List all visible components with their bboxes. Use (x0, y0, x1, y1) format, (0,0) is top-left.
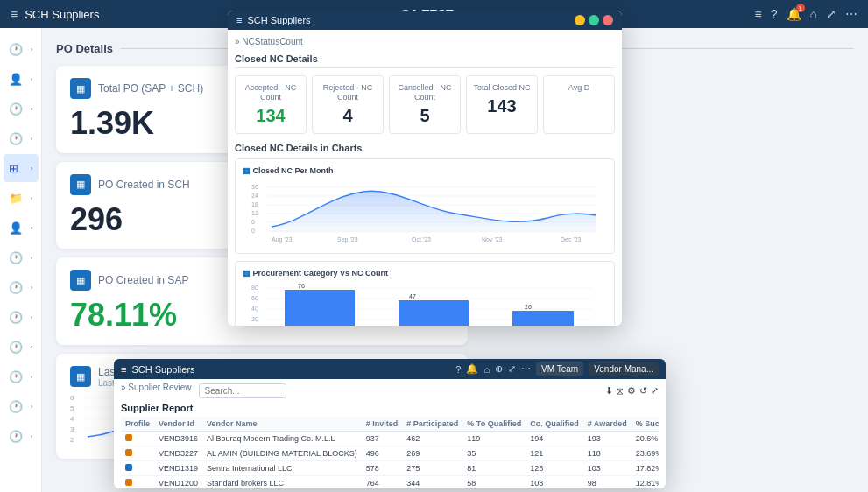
supplier-content: » Supplier Review ⬇ ⧖ ⚙ ↺ ⤢ Supplier Rep… (114, 379, 666, 488)
cell-vendor-name: Sentra International LLC (202, 461, 362, 476)
svg-text:0: 0 (251, 228, 255, 234)
grid-icon: ⊞ (9, 162, 18, 175)
nc-bar-chart-svg: 80 60 40 20 0 76 600-MAOFSER 47 105-S (243, 281, 607, 326)
user-icon: 👤 (9, 73, 23, 86)
cell-awarded: 193 (583, 432, 632, 446)
s-more-icon[interactable]: ⋯ (521, 363, 531, 375)
sch-suppliers-icon: ≡ (236, 15, 242, 25)
col-vendor-id: Vendor Id (154, 417, 202, 432)
clock-icon-2: 🕐 (9, 102, 23, 116)
nc-stat-total: Total Closed NC 143 (466, 75, 538, 134)
cell-to-qualified: 35 (462, 446, 526, 461)
sidebar-item-8[interactable]: 🕐 › (4, 273, 39, 301)
expand-icon-supplier[interactable]: ⤢ (651, 385, 659, 397)
s-expand-icon[interactable]: ⤢ (508, 363, 516, 375)
sidebar-item-11[interactable]: 🕐 › (4, 362, 39, 390)
cell-to-qualified: 81 (462, 461, 526, 476)
list-icon[interactable]: ≡ (755, 7, 762, 21)
cell-profile (121, 461, 154, 476)
home-icon[interactable]: ⌂ (810, 7, 817, 21)
nc-stat-label: Total Closed NC (472, 83, 532, 93)
expand-icon[interactable]: ⤢ (826, 7, 836, 21)
s-help-icon[interactable]: ? (455, 364, 461, 375)
vendor-label: Vendor Mana... (589, 362, 659, 376)
nc-overlay-window: ≡ SCH Suppliers » NCStatusCount Closed N… (228, 11, 622, 326)
svg-text:18: 18 (251, 201, 258, 207)
status-dot (125, 449, 132, 456)
maximize-button[interactable] (589, 15, 599, 25)
supplier-report-title: Supplier Report (121, 403, 194, 413)
nc-stat-label: Cancelled - NC Count (395, 83, 455, 102)
col-invited: # Invited (362, 417, 403, 432)
sidebar-item-10[interactable]: 🕐 › (4, 333, 39, 361)
nc-window-title: SCH Suppliers (247, 15, 310, 25)
nc-stat-label: Avg D (549, 83, 609, 93)
nc-stat-value-cancelled: 5 (395, 106, 455, 126)
nc-stat-value-total: 143 (472, 96, 532, 116)
sidebar-item-4[interactable]: ⊞ › (4, 154, 39, 182)
sidebar-item-9[interactable]: 🕐 › (4, 303, 39, 331)
notification-icon[interactable]: 🔔 1 (787, 7, 801, 21)
arrow-icon: › (31, 105, 33, 113)
arrow-icon: › (31, 135, 33, 143)
supplier-title-bar: ≡ SCH Suppliers ? 🔔 ⌂ ⊕ ⤢ ⋯ VM Team Vend… (114, 359, 666, 379)
sidebar-item-6[interactable]: 👤 › (4, 214, 39, 242)
arrow-icon: › (31, 46, 33, 53)
cell-profile (121, 432, 154, 446)
status-dot (125, 434, 132, 441)
svg-text:5: 5 (70, 404, 74, 412)
s-notif-icon[interactable]: 🔔 (466, 363, 478, 375)
sidebar-item-13[interactable]: 🕐 › (4, 422, 39, 450)
nc-charts-title: Closed NC Details in Charts (235, 143, 615, 153)
kpi-icon-total-po: ▦ (70, 78, 91, 99)
filter-icon[interactable]: ⧖ (617, 385, 624, 397)
refresh-icon[interactable]: ↺ (639, 385, 647, 397)
close-button[interactable] (603, 15, 613, 25)
nc-stats-grid: Accepted - NC Count 134 Rejected - NC Co… (235, 75, 615, 134)
sidebar-item-5[interactable]: 📁 › (4, 184, 39, 212)
cell-invited: 496 (362, 446, 403, 461)
cell-vendor-id: VEND3916 (154, 432, 202, 446)
nc-stat-value-rejected: 4 (318, 106, 378, 126)
cell-success: 12.81% (632, 476, 659, 489)
nc-stat-cancelled: Cancelled - NC Count 5 (389, 75, 461, 134)
arrow-icon: › (31, 373, 33, 381)
sidebar-item-0[interactable]: 🕐 › (4, 35, 39, 63)
nc-line-chart-svg: 30 24 18 12 6 0 (243, 179, 607, 244)
menu-icon[interactable]: ≡ (11, 7, 18, 21)
arrow-icon: › (31, 284, 33, 292)
sidebar-item-7[interactable]: 🕐 › (4, 243, 39, 271)
s-add-icon[interactable]: ⊕ (495, 363, 503, 375)
cell-participated: 462 (402, 432, 462, 446)
clock-icon-9: 🕐 (9, 400, 23, 413)
line-chart-title: ▦ Closed NC Per Month (243, 166, 607, 175)
svg-text:3: 3 (70, 425, 74, 433)
sidebar-item-1[interactable]: 👤 › (4, 65, 39, 93)
arrow-icon: › (31, 75, 33, 83)
s-home-icon[interactable]: ⌂ (483, 364, 490, 375)
cell-to-qualified: 58 (462, 476, 526, 489)
sidebar-item-2[interactable]: 🕐 › (4, 95, 39, 123)
cell-invited: 764 (362, 476, 403, 489)
supplier-search-input[interactable] (199, 383, 286, 398)
sidebar-item-12[interactable]: 🕐 › (4, 392, 39, 420)
svg-text:76: 76 (298, 283, 305, 289)
cell-co-qualified: 125 (526, 461, 583, 476)
col-awarded: # Awarded (583, 417, 632, 432)
settings-icon[interactable]: ⚙ (627, 385, 636, 397)
download-icon[interactable]: ⬇ (605, 385, 613, 397)
nc-stat-avg: Avg D (543, 75, 615, 134)
col-to-qualified: % To Qualified (462, 417, 526, 432)
bar-chart-title: ▦ Procurement Category Vs NC Count (243, 269, 607, 278)
cell-success: 23.69% (632, 446, 659, 461)
sidebar-item-3[interactable]: 🕐 › (4, 124, 39, 152)
kpi-header: ▦ PO Created in SCH (70, 174, 243, 195)
nc-line-chart: ▦ Closed NC Per Month 30 24 18 12 6 0 (235, 158, 615, 254)
svg-text:2: 2 (70, 436, 74, 444)
more-icon[interactable]: ⋯ (845, 7, 857, 21)
minimize-button[interactable] (575, 15, 585, 25)
svg-text:60: 60 (251, 295, 258, 301)
status-dot (125, 479, 132, 486)
help-icon[interactable]: ? (771, 7, 778, 21)
col-profile: Profile (121, 417, 154, 432)
